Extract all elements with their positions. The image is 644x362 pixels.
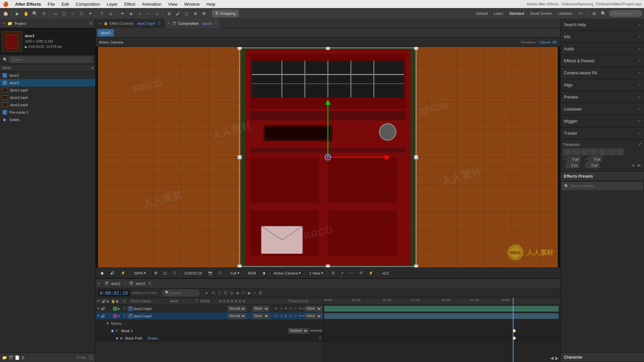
layer2-sw2[interactable]: ◻	[279, 314, 283, 318]
workspace-standard[interactable]: Standard	[507, 11, 526, 16]
layer1-vis-icon[interactable]: 👁	[97, 307, 101, 311]
wiggler-section[interactable]: Wiggler ▾	[560, 115, 644, 127]
mask-path-keyframe-icon[interactable]: ◆	[116, 336, 118, 340]
workspace-small-screen[interactable]: Small Screen	[528, 11, 554, 16]
clone-stamp-tool[interactable]: ⊕	[165, 10, 173, 17]
viewer-3d-view[interactable]: ⬡	[171, 269, 178, 277]
effects-presets-section[interactable]: Effects & Presets ▾	[560, 55, 644, 67]
layer1-sw3[interactable]: ◈	[284, 307, 288, 311]
layer1-parent-select[interactable]: None	[305, 306, 322, 311]
menu-help[interactable]: Help	[205, 2, 217, 7]
apple-menu[interactable]: 🍎	[3, 1, 8, 7]
align-justify-center-btn[interactable]: ⬛	[598, 148, 606, 155]
text-tool[interactable]: T	[98, 10, 106, 17]
viewer-fit[interactable]: ⊡	[330, 269, 337, 277]
effect-controls-tab[interactable]: ✕ 🔒 Effect Controls door3.mp4 ☰	[96, 19, 164, 28]
project-item-door3[interactable]: C door3	[0, 79, 95, 86]
roto-brush-tool[interactable]: ⊗	[192, 10, 199, 17]
zoom-dropdown[interactable]: ▾	[144, 271, 146, 275]
search-input[interactable]	[612, 11, 639, 15]
layer2-expand-icon[interactable]: ▼	[117, 314, 121, 318]
viewer-snapshot[interactable]: 📷	[206, 269, 215, 277]
project-panel-menu[interactable]: ☰	[89, 21, 93, 25]
project-item-precomp1[interactable]: C Pre-comp 1	[0, 109, 95, 116]
depth-icon[interactable]: ⬛	[88, 355, 93, 360]
layer1-trkmat[interactable]: None	[253, 306, 274, 311]
timeline-timecode[interactable]: 0:00:02:18	[98, 290, 130, 296]
views-dropdown[interactable]: ▾	[321, 271, 323, 275]
layer2-sw6[interactable]: ▼	[298, 314, 302, 318]
align-right-btn[interactable]: ⬛	[581, 148, 589, 155]
layer-row-2[interactable]: 👁 🔊 ▼ 2 🎬 door3.mp4 Normal	[96, 312, 323, 320]
del-vertex-tool[interactable]: −	[145, 10, 152, 17]
layer2-sw1[interactable]: ⊕	[274, 314, 278, 318]
viewer-safe-margins[interactable]: ◫	[161, 269, 169, 277]
add-vertex-tool[interactable]: +	[136, 10, 144, 17]
timeline-tab-door3-menu[interactable]: ☰	[148, 282, 151, 285]
project-sort-icon[interactable]: ▾	[92, 66, 93, 70]
mask-path-value[interactable]: Shape...	[147, 336, 161, 340]
layer1-trkmat-select[interactable]: None	[253, 306, 269, 311]
timeline-add-layer[interactable]: +	[253, 290, 257, 296]
align-justify-right-btn[interactable]: ⬛	[607, 148, 615, 155]
new-folder-icon[interactable]: 📁	[2, 355, 7, 360]
effect-controls-menu[interactable]: ☰	[158, 21, 161, 25]
timeline-playhead-ruler[interactable]	[513, 298, 514, 305]
project-item-door2mp4[interactable]: door2.mp4	[0, 94, 95, 101]
align-justify-left-btn[interactable]: ⬛	[589, 148, 597, 155]
left-indent-input[interactable]	[567, 157, 581, 162]
lockdown-section[interactable]: Lockdown ▾	[560, 103, 644, 115]
effects-search-input[interactable]	[570, 184, 640, 188]
timeline-tab-door2[interactable]: 🎬 door2	[102, 281, 122, 286]
layer1-expand-icon[interactable]: ▶	[117, 307, 121, 310]
layer1-audio-icon[interactable]: 🔊	[101, 307, 105, 311]
preview-section[interactable]: Preview ▾	[560, 91, 644, 103]
ellipse-tool[interactable]: ○	[69, 10, 76, 17]
timeline-switches-icon[interactable]: ☰	[223, 290, 228, 296]
layer1-mode-select[interactable]: Normal	[228, 306, 246, 311]
layer1-parent[interactable]: ↩ None	[302, 306, 322, 311]
mask1-mode-select[interactable]: Subtract None Add Intersect	[288, 328, 309, 334]
project-item-solids[interactable]: ▶ Solids	[0, 116, 95, 123]
info-section[interactable]: Info ▾	[560, 31, 644, 43]
vert-text-tool[interactable]: ⫼	[107, 10, 114, 17]
brush-tool[interactable]: 🖌	[174, 10, 181, 17]
workspace-icon[interactable]: ⊞	[590, 10, 598, 17]
rotate-tool[interactable]: ↺	[40, 10, 47, 17]
layer1-sw1[interactable]: ⊕	[274, 307, 278, 311]
viewer-channel[interactable]: RGB	[246, 269, 258, 277]
search-icon[interactable]: 🔍	[600, 10, 607, 17]
masks-expand-icon[interactable]: ▼	[106, 321, 110, 326]
viewer-zoom-fit[interactable]: ⤢	[339, 269, 346, 277]
convert-vertex-tool[interactable]: ◇	[154, 10, 161, 17]
layer2-color-label[interactable]	[113, 314, 117, 318]
workspace-libraries[interactable]: Libraries	[556, 11, 574, 16]
timeline-ram-preview[interactable]: ⬡	[217, 290, 222, 296]
viewer-fast-draft[interactable]: ⚡	[367, 269, 375, 277]
layer2-trkmat[interactable]: None	[253, 313, 274, 319]
layer2-parent[interactable]: ↩ None	[302, 313, 322, 319]
menu-composition[interactable]: Composition	[74, 2, 101, 7]
audio-section[interactable]: Audio ▾	[560, 43, 644, 55]
project-tab[interactable]: Project	[14, 21, 26, 25]
renderer-value[interactable]: Classic 3D	[539, 40, 557, 44]
puppet-tool[interactable]: ✤	[200, 10, 208, 17]
menu-layer[interactable]: Layer	[105, 2, 119, 7]
effect-controls-close[interactable]: ✕	[99, 22, 102, 25]
layer2-audio-icon[interactable]: 🔊	[101, 314, 105, 318]
viewer-exposure[interactable]: ◑	[260, 269, 267, 277]
home-icon[interactable]: 🏠	[2, 10, 9, 17]
pen-tool[interactable]: ✒	[119, 10, 126, 17]
menu-view[interactable]: View	[167, 2, 179, 7]
viewer-timecode[interactable]: 0:00:02:18	[182, 269, 204, 277]
project-item-door2[interactable]: C door2	[0, 72, 95, 79]
timeline-tab-door3[interactable]: 🎬 door3 ☰	[127, 281, 153, 286]
composition-menu[interactable]: ☰	[214, 21, 217, 25]
timeline-search[interactable]: 🔍	[162, 290, 200, 296]
timeline-motion-blur[interactable]: ◎	[229, 290, 234, 296]
project-panel-close[interactable]: ✕	[3, 21, 5, 25]
new-comp-icon[interactable]: 🎬	[8, 355, 13, 360]
align-left-btn[interactable]: ⬛	[563, 148, 571, 155]
timeline-search-input[interactable]	[170, 291, 197, 295]
workspace-learn[interactable]: Learn	[492, 11, 505, 16]
